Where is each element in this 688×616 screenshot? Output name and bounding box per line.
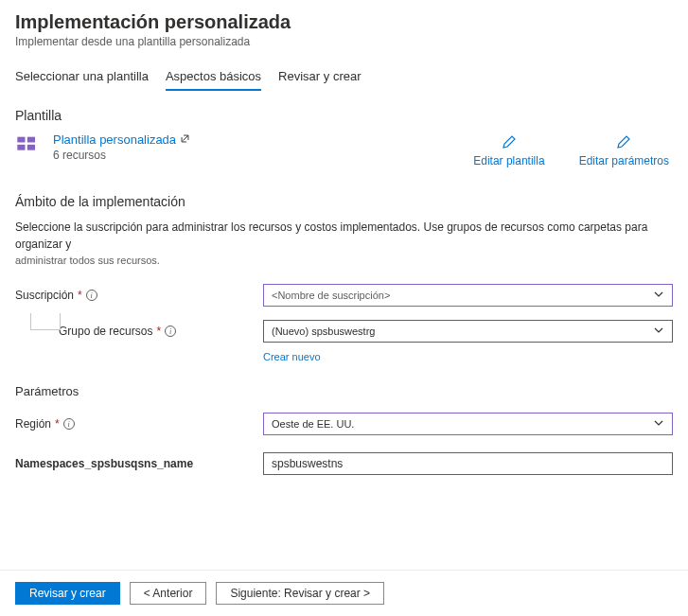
subscription-value: <Nombre de suscripción>	[272, 290, 390, 301]
scope-heading: Ámbito de la implementación	[15, 194, 673, 209]
required-marker: *	[156, 325, 161, 338]
region-select[interactable]: Oeste de EE. UU.	[263, 413, 673, 435]
tab-review-create[interactable]: Revisar y crear	[278, 69, 361, 91]
page-title: Implementación personalizada	[15, 11, 673, 33]
svg-rect-3	[27, 145, 35, 150]
resource-group-select[interactable]: (Nuevo) spsbuswestrg	[263, 320, 673, 343]
create-new-link[interactable]: Crear nuevo	[263, 351, 321, 362]
info-icon[interactable]: i	[63, 418, 75, 430]
tree-connector	[30, 313, 61, 330]
region-label: Región * i	[15, 417, 263, 431]
previous-button[interactable]: < Anterior	[130, 582, 207, 605]
template-icon	[15, 132, 42, 162]
external-link-icon	[180, 132, 190, 147]
info-icon[interactable]: i	[165, 326, 176, 337]
pencil-icon	[473, 134, 544, 152]
tab-basics[interactable]: Aspectos básicos	[166, 69, 261, 91]
namespace-name-input[interactable]	[263, 452, 673, 475]
edit-parameters-label: Editar parámetros	[579, 154, 669, 167]
template-resource-count: 6 recursos	[53, 149, 190, 162]
tabs: Seleccionar una plantilla Aspectos básic…	[15, 69, 673, 91]
required-marker: *	[55, 417, 60, 431]
template-section-heading: Plantilla	[15, 108, 673, 123]
pencil-icon	[579, 134, 669, 152]
subscription-select[interactable]: <Nombre de suscripción>	[263, 284, 673, 307]
template-link-label: Plantilla personalizada	[53, 132, 176, 147]
svg-rect-0	[17, 137, 25, 143]
scope-description-2: administrar todos sus recursos.	[15, 255, 673, 266]
tab-select-template[interactable]: Seleccionar una plantilla	[15, 69, 149, 91]
chevron-down-icon	[653, 325, 664, 339]
parameters-heading: Parámetros	[15, 384, 673, 398]
svg-rect-1	[27, 137, 35, 143]
review-create-button[interactable]: Revisar y crear	[15, 582, 120, 605]
chevron-down-icon	[653, 417, 664, 431]
namespace-name-label: Namespaces_spsbusqsns_name	[15, 457, 263, 470]
next-button[interactable]: Siguiente: Revisar y crear >	[216, 582, 384, 605]
scope-description-1: Seleccione la suscripción para administr…	[15, 219, 673, 253]
edit-template-button[interactable]: Editar plantilla	[473, 134, 544, 167]
chevron-down-icon	[653, 289, 664, 303]
info-icon[interactable]: i	[86, 290, 97, 301]
svg-rect-2	[17, 145, 25, 150]
resource-group-value: (Nuevo) spsbuswestrg	[272, 326, 375, 337]
required-marker: *	[78, 289, 82, 302]
subscription-label: Suscripción * i	[15, 289, 263, 302]
page-subtitle: Implementar desde una plantilla personal…	[15, 35, 673, 48]
footer-bar: Revisar y crear < Anterior Siguiente: Re…	[0, 570, 688, 616]
template-link[interactable]: Plantilla personalizada	[53, 132, 190, 147]
region-value: Oeste de EE. UU.	[272, 418, 354, 430]
edit-parameters-button[interactable]: Editar parámetros	[579, 134, 669, 167]
edit-template-label: Editar plantilla	[473, 154, 544, 167]
